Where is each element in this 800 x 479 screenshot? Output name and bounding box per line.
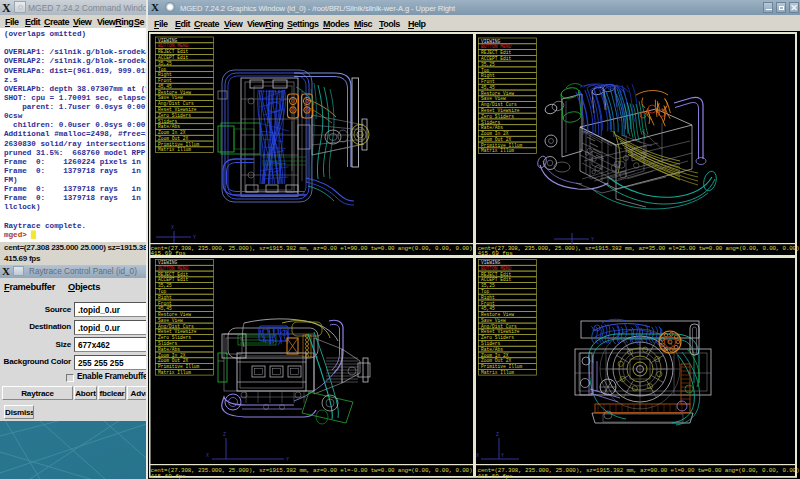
svg-text:35,25: 35,25 bbox=[158, 283, 172, 288]
svg-text:Front: Front bbox=[158, 301, 172, 306]
svg-text:Reset Viewsize: Reset Viewsize bbox=[481, 329, 520, 334]
svg-text:45,45: 45,45 bbox=[158, 84, 172, 89]
svg-text:Top: Top bbox=[481, 68, 490, 73]
svg-text:Rate/Abs: Rate/Abs bbox=[158, 124, 180, 129]
svg-text:Ang/Dist Curs: Ang/Dist Curs bbox=[481, 324, 517, 329]
svg-text:Primitive Illum: Primitive Illum bbox=[158, 142, 200, 147]
svg-text:cent=(27.308, 235.000, 25.000): cent=(27.308, 235.000, 25.000), sz=1915.… bbox=[478, 245, 800, 252]
svg-text:Matrix Illum: Matrix Illum bbox=[481, 148, 514, 153]
svg-text:Zoom Out 2X: Zoom Out 2X bbox=[481, 137, 512, 142]
svg-text:Primitive Illum: Primitive Illum bbox=[481, 143, 523, 148]
svg-text:Restore View: Restore View bbox=[158, 90, 191, 95]
svg-text:X: X bbox=[476, 453, 479, 459]
svg-text:Sliders: Sliders bbox=[158, 119, 178, 124]
svg-text:BUTTON MENU: BUTTON MENU bbox=[481, 266, 512, 271]
svg-text:415.69 fps: 415.69 fps bbox=[478, 473, 514, 479]
svg-text:Zoom Out 2X: Zoom Out 2X bbox=[158, 358, 189, 363]
svg-text:Reset Viewsize: Reset Viewsize bbox=[158, 107, 197, 112]
svg-text:Primitive Illum: Primitive Illum bbox=[158, 364, 200, 369]
svg-text:45,45: 45,45 bbox=[481, 85, 495, 90]
svg-text:Save View: Save View bbox=[481, 318, 506, 323]
svg-text:Sliders: Sliders bbox=[158, 341, 178, 346]
svg-text:Y: Y bbox=[193, 235, 196, 241]
svg-text:X: X bbox=[206, 453, 209, 459]
svg-text:Sliders: Sliders bbox=[481, 120, 501, 125]
svg-text:Restore View: Restore View bbox=[481, 91, 514, 96]
svg-text:Right: Right bbox=[158, 72, 172, 77]
svg-text:Z: Z bbox=[496, 432, 499, 438]
svg-text:REJECT Edit: REJECT Edit bbox=[481, 272, 512, 277]
svg-text:415.69 fps: 415.69 fps bbox=[478, 250, 514, 257]
svg-text:Ang/Dist Curs: Ang/Dist Curs bbox=[158, 101, 194, 106]
svg-text:BUTTON MENU: BUTTON MENU bbox=[481, 44, 512, 49]
svg-text:Save View: Save View bbox=[481, 96, 506, 101]
svg-text:Matrix Illum: Matrix Illum bbox=[158, 370, 191, 375]
svg-text:45,45: 45,45 bbox=[481, 306, 495, 311]
svg-text:cent=(27.308, 235.000, 25.000): cent=(27.308, 235.000, 25.000), sz=1915.… bbox=[151, 467, 473, 474]
svg-text:VIEWING: VIEWING bbox=[481, 39, 501, 44]
svg-text:Y: Y bbox=[286, 457, 289, 463]
svg-text:Y: Y bbox=[501, 453, 504, 459]
svg-text:Save View: Save View bbox=[158, 95, 183, 100]
svg-text:Rate/Abs: Rate/Abs bbox=[158, 347, 180, 352]
svg-text:Matrix Illum: Matrix Illum bbox=[158, 147, 191, 152]
svg-text:415.69 fps: 415.69 fps bbox=[151, 473, 187, 479]
svg-text:REJECT Edit: REJECT Edit bbox=[158, 49, 189, 54]
svg-text:Rate/Abs: Rate/Abs bbox=[481, 347, 503, 352]
svg-text:Primitive Illum: Primitive Illum bbox=[481, 364, 523, 369]
svg-text:ACCEPT Edit: ACCEPT Edit bbox=[481, 277, 512, 282]
svg-text:Ang/Dist Curs: Ang/Dist Curs bbox=[158, 324, 194, 329]
svg-text:ACCEPT Edit: ACCEPT Edit bbox=[481, 56, 512, 61]
svg-text:Zero Sliders: Zero Sliders bbox=[158, 113, 191, 118]
svg-text:Zoom In 2X: Zoom In 2X bbox=[481, 131, 509, 136]
svg-text:ACCEPT Edit: ACCEPT Edit bbox=[158, 55, 189, 60]
svg-text:Reset Viewsize: Reset Viewsize bbox=[481, 108, 520, 113]
svg-text:Right: Right bbox=[481, 73, 495, 78]
svg-text:Restore View: Restore View bbox=[481, 312, 514, 317]
svg-text:VIEWING: VIEWING bbox=[158, 38, 178, 43]
svg-text:45,45: 45,45 bbox=[158, 306, 172, 311]
svg-text:415.69 fps: 415.69 fps bbox=[151, 250, 187, 257]
svg-text:Zoom In 2X: Zoom In 2X bbox=[158, 130, 186, 135]
svg-text:Zoom Out 2X: Zoom Out 2X bbox=[158, 136, 189, 141]
svg-text:Zoom In 2X: Zoom In 2X bbox=[158, 353, 186, 358]
svg-text:Front: Front bbox=[158, 78, 172, 83]
svg-text:Restore View: Restore View bbox=[158, 312, 191, 317]
svg-text:35,25: 35,25 bbox=[158, 61, 172, 66]
svg-text:Sliders: Sliders bbox=[481, 341, 501, 346]
svg-text:Zoom In 2X: Zoom In 2X bbox=[481, 353, 509, 358]
svg-text:Y: Y bbox=[591, 237, 594, 243]
svg-text:BUTTON MENU: BUTTON MENU bbox=[158, 43, 189, 48]
svg-text:Reset Viewsize: Reset Viewsize bbox=[158, 329, 197, 334]
svg-text:VIEWING: VIEWING bbox=[158, 260, 178, 265]
svg-text:X: X bbox=[171, 225, 174, 231]
svg-text:Rate/Abs: Rate/Abs bbox=[481, 125, 503, 130]
svg-text:Front: Front bbox=[481, 301, 495, 306]
svg-text:Zero Sliders: Zero Sliders bbox=[158, 335, 191, 340]
svg-text:ACCEPT Edit: ACCEPT Edit bbox=[158, 277, 189, 282]
svg-text:Zero Sliders: Zero Sliders bbox=[481, 114, 514, 119]
svg-text:35,25: 35,25 bbox=[481, 62, 495, 67]
svg-text:35,25: 35,25 bbox=[481, 283, 495, 288]
svg-text:Top: Top bbox=[158, 289, 167, 294]
svg-text:cent=(27.308, 235.000, 25.000): cent=(27.308, 235.000, 25.000), sz=1915.… bbox=[478, 467, 800, 474]
svg-text:Top: Top bbox=[481, 289, 490, 294]
svg-text:Zero Sliders: Zero Sliders bbox=[481, 335, 514, 340]
svg-text:Right: Right bbox=[158, 295, 172, 300]
svg-text:Ang/Dist Curs: Ang/Dist Curs bbox=[481, 102, 517, 107]
svg-text:Zoom Out 2X: Zoom Out 2X bbox=[481, 358, 512, 363]
svg-text:Matrix Illum: Matrix Illum bbox=[481, 370, 514, 375]
svg-text:BUTTON MENU: BUTTON MENU bbox=[158, 266, 189, 271]
svg-text:Save View: Save View bbox=[158, 318, 183, 323]
svg-text:cent=(27.308, 235.000, 25.000): cent=(27.308, 235.000, 25.000), sz=1915.… bbox=[151, 245, 473, 252]
svg-text:Right: Right bbox=[481, 295, 495, 300]
svg-text:Front: Front bbox=[481, 79, 495, 84]
svg-text:REJECT Edit: REJECT Edit bbox=[158, 272, 189, 277]
svg-text:VIEWING: VIEWING bbox=[481, 260, 501, 265]
svg-text:REJECT Edit: REJECT Edit bbox=[481, 50, 512, 55]
svg-text:Z: Z bbox=[223, 432, 226, 438]
svg-text:Top: Top bbox=[158, 67, 167, 72]
